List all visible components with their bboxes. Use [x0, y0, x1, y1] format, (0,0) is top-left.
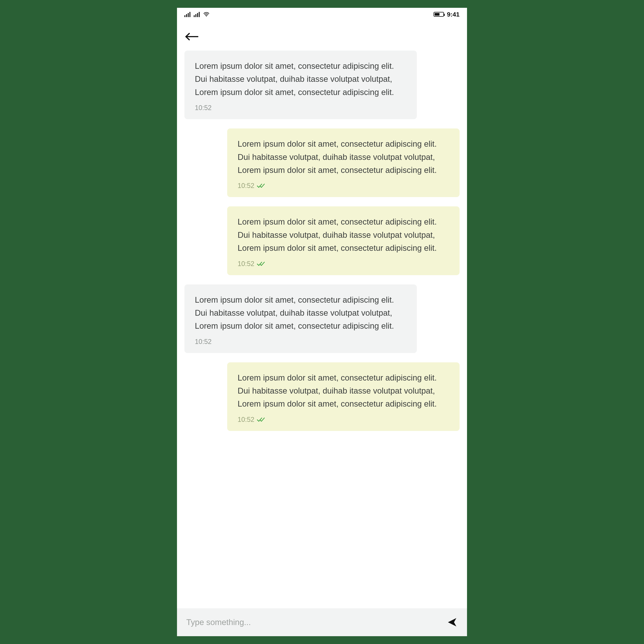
- clock-label: 9:41: [447, 11, 460, 18]
- message-out: Lorem ipsum dolor sit amet, consectetur …: [184, 128, 460, 197]
- back-button[interactable]: [184, 32, 199, 41]
- message-time: 10:52: [238, 416, 254, 424]
- message-meta: 10:52: [195, 104, 406, 112]
- message-in: Lorem ipsum dolor sit amet, consectetur …: [184, 51, 460, 119]
- message-time: 10:52: [238, 182, 254, 190]
- message-list[interactable]: Lorem ipsum dolor sit amet, consectetur …: [177, 49, 467, 608]
- input-bar: [177, 608, 467, 636]
- svg-point-0: [206, 16, 207, 17]
- battery-icon: [434, 12, 444, 17]
- double-check-icon: [257, 417, 265, 422]
- cellular-signal-icon: [184, 12, 190, 17]
- status-left: [184, 11, 210, 18]
- message-bubble[interactable]: Lorem ipsum dolor sit amet, consectetur …: [227, 362, 460, 431]
- nav-row: [177, 21, 467, 49]
- message-time: 10:52: [195, 104, 212, 112]
- message-bubble[interactable]: Lorem ipsum dolor sit amet, consectetur …: [184, 284, 417, 353]
- message-time: 10:52: [195, 338, 212, 346]
- message-text: Lorem ipsum dolor sit amet, consectetur …: [195, 293, 406, 333]
- message-meta: 10:52: [238, 416, 449, 424]
- message-input[interactable]: [186, 618, 443, 627]
- wifi-icon: [203, 11, 210, 18]
- message-bubble[interactable]: Lorem ipsum dolor sit amet, consectetur …: [227, 206, 460, 275]
- message-meta: 10:52: [238, 260, 449, 268]
- message-time: 10:52: [238, 260, 254, 268]
- message-meta: 10:52: [238, 182, 449, 190]
- message-text: Lorem ipsum dolor sit amet, consectetur …: [238, 137, 449, 177]
- status-bar: 9:41: [177, 8, 467, 21]
- message-text: Lorem ipsum dolor sit amet, consectetur …: [238, 371, 449, 410]
- status-right: 9:41: [434, 11, 460, 18]
- double-check-icon: [257, 261, 265, 267]
- message-bubble[interactable]: Lorem ipsum dolor sit amet, consectetur …: [184, 51, 417, 119]
- message-out: Lorem ipsum dolor sit amet, consectetur …: [184, 362, 460, 431]
- chat-screen: 9:41 Lorem ipsum dolor sit amet, consect…: [177, 8, 467, 636]
- message-text: Lorem ipsum dolor sit amet, consectetur …: [195, 59, 406, 99]
- message-meta: 10:52: [195, 338, 406, 346]
- message-bubble[interactable]: Lorem ipsum dolor sit amet, consectetur …: [227, 128, 460, 197]
- message-out: Lorem ipsum dolor sit amet, consectetur …: [184, 206, 460, 275]
- double-check-icon: [257, 183, 265, 189]
- message-text: Lorem ipsum dolor sit amet, consectetur …: [238, 215, 449, 255]
- message-in: Lorem ipsum dolor sit amet, consectetur …: [184, 284, 460, 353]
- send-button[interactable]: [447, 617, 458, 628]
- cellular-signal-icon: [194, 12, 200, 17]
